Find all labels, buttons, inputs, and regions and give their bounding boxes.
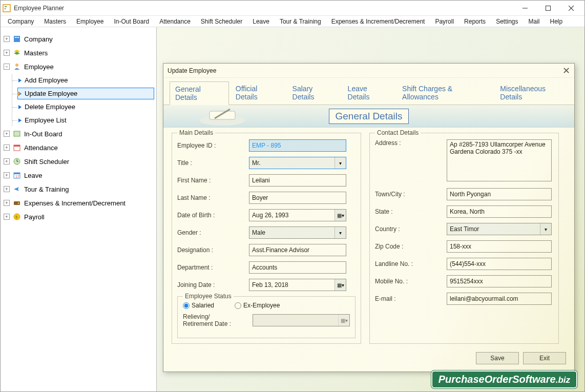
- tree-shift[interactable]: +Shift Scheduler: [3, 155, 154, 168]
- close-button[interactable]: [559, 1, 582, 15]
- menu-masters[interactable]: Masters: [39, 17, 71, 26]
- gender-select[interactable]: [249, 226, 346, 239]
- menu-employee[interactable]: Employee: [71, 17, 109, 26]
- save-button[interactable]: Save: [476, 352, 519, 364]
- update-employee-dialog: Update Employee ✕ General Details Offici…: [163, 63, 575, 372]
- radio-exemployee[interactable]: Ex-Employee: [235, 302, 280, 309]
- tree-label: Add Employee: [25, 76, 68, 84]
- minimize-button[interactable]: [513, 1, 536, 15]
- svg-marker-13: [14, 52, 20, 55]
- tree-employee-list[interactable]: Employee List: [17, 114, 154, 126]
- email-input[interactable]: [447, 293, 552, 305]
- country-select[interactable]: [447, 223, 552, 235]
- svg-rect-8: [14, 36, 20, 42]
- tree-delete-employee[interactable]: Delete Employee: [17, 101, 154, 113]
- dialog-title: Update Employee: [168, 67, 562, 74]
- calendar-icon: [13, 143, 21, 152]
- menu-company[interactable]: Company: [3, 17, 39, 26]
- zip-input[interactable]: [447, 240, 552, 253]
- menu-settings[interactable]: Settings: [491, 17, 523, 26]
- tree-employee[interactable]: −Employee: [3, 60, 154, 73]
- tree-label: Masters: [24, 49, 48, 57]
- calendar-picker-icon[interactable]: ▦▾: [335, 210, 346, 221]
- tree-company[interactable]: +Company: [3, 33, 154, 45]
- svg-rect-15: [14, 131, 20, 136]
- stack-icon: [13, 49, 21, 57]
- label-department: Department :: [177, 264, 249, 271]
- tab-salary[interactable]: Salary Details: [287, 81, 341, 105]
- radio-salaried[interactable]: Salaried: [183, 302, 214, 309]
- tree-tour[interactable]: +Tour & Training: [3, 183, 154, 195]
- menubar: Company Masters Employee In-Out Board At…: [1, 16, 584, 27]
- radio-salaried-input[interactable]: [183, 302, 190, 309]
- menu-inoutboard[interactable]: In-Out Board: [109, 17, 154, 26]
- menu-attendance[interactable]: Attendance: [154, 17, 196, 26]
- title-select[interactable]: [249, 157, 346, 169]
- tab-shift-charges[interactable]: Shift Charges & Allowances: [396, 81, 493, 105]
- tab-leave[interactable]: Leave Details: [342, 81, 395, 105]
- last-name-input[interactable]: [249, 192, 346, 204]
- label-first-name: First Name :: [177, 177, 249, 184]
- first-name-input[interactable]: [249, 174, 346, 187]
- svg-rect-17: [14, 145, 20, 147]
- menu-mail[interactable]: Mail: [523, 17, 545, 26]
- wallet-icon: [13, 199, 21, 207]
- svg-rect-9: [15, 37, 16, 38]
- app-icon: [3, 4, 11, 12]
- department-input[interactable]: [249, 261, 346, 274]
- address-input[interactable]: [447, 139, 552, 181]
- tree-inout[interactable]: +In-Out Board: [3, 128, 154, 140]
- menu-tour[interactable]: Tour & Training: [275, 17, 326, 26]
- tree-label: Company: [24, 35, 53, 43]
- menu-reports[interactable]: Reports: [459, 17, 491, 26]
- tree-label: Leave: [24, 172, 42, 179]
- tree-label: Employee List: [25, 116, 67, 124]
- notebook-icon: [194, 106, 250, 127]
- tree-label: Shift Scheduler: [24, 158, 69, 166]
- designation-input[interactable]: [249, 244, 346, 256]
- town-input[interactable]: [447, 188, 552, 200]
- tree-attendance[interactable]: +Attendance: [3, 141, 154, 154]
- tree-label: Attendance: [24, 144, 58, 152]
- label-title: Title :: [177, 159, 249, 167]
- radio-exemployee-input[interactable]: [235, 302, 241, 309]
- tab-misc[interactable]: Miscellaneous Details: [494, 81, 573, 105]
- chevron-down-icon[interactable]: ▾: [540, 223, 551, 235]
- calendar-picker-icon[interactable]: ▦▾: [335, 279, 346, 291]
- tab-general[interactable]: General Details: [170, 81, 229, 105]
- joining-input[interactable]: [249, 279, 346, 291]
- menu-payroll[interactable]: Payroll: [430, 17, 459, 26]
- main-legend: Main Details: [177, 129, 215, 136]
- tree-update-employee[interactable]: Update Employee: [17, 88, 154, 99]
- tree-masters[interactable]: +Masters: [3, 47, 154, 59]
- dialog-close-button[interactable]: ✕: [562, 65, 570, 76]
- dob-input[interactable]: [249, 209, 346, 221]
- tree-payroll[interactable]: +$Payroll: [3, 211, 154, 223]
- state-input[interactable]: [447, 205, 552, 218]
- tree-leave[interactable]: +17Leave: [3, 169, 154, 181]
- employee-status-group: Employee Status Salaried Ex-Employee Rel…: [177, 296, 356, 338]
- tab-official[interactable]: Official Details: [230, 81, 286, 105]
- maximize-button[interactable]: [536, 1, 559, 15]
- menu-help[interactable]: Help: [545, 17, 568, 26]
- menu-expenses[interactable]: Expenses & Increment/Decrement: [326, 17, 430, 26]
- label-gender: Gender :: [177, 229, 249, 236]
- tree-expenses[interactable]: +Expenses & Increment/Decrement: [3, 197, 154, 209]
- menu-leave[interactable]: Leave: [247, 17, 275, 26]
- chevron-down-icon[interactable]: ▾: [335, 227, 346, 238]
- svg-point-14: [15, 64, 18, 67]
- tree-label: Delete Employee: [25, 103, 75, 111]
- tree-add-employee[interactable]: Add Employee: [17, 74, 154, 86]
- dialog-titlebar: Update Employee ✕: [163, 64, 574, 78]
- svg-rect-29: [210, 111, 235, 119]
- employee-id-input[interactable]: [249, 139, 346, 152]
- label-joining: Joining Date :: [177, 281, 249, 288]
- board-icon: [13, 130, 21, 138]
- landline-input[interactable]: [447, 258, 552, 270]
- mobile-input[interactable]: [447, 275, 552, 287]
- svg-rect-10: [16, 37, 17, 38]
- chevron-down-icon[interactable]: ▾: [335, 157, 346, 169]
- status-legend: Employee Status: [183, 293, 234, 300]
- menu-shift[interactable]: Shift Scheduler: [196, 17, 247, 26]
- exit-button[interactable]: Exit: [523, 352, 566, 364]
